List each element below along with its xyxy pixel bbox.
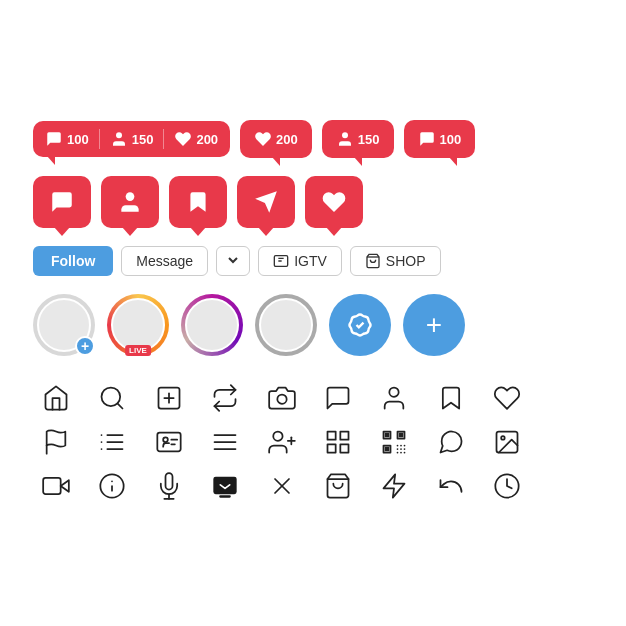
- home-icon: [33, 378, 79, 418]
- story-add-icon: +: [75, 336, 95, 356]
- send-square: [237, 176, 295, 228]
- empty2-icon: [541, 422, 587, 462]
- verified-circle: [329, 294, 391, 356]
- icon-grid: [33, 378, 593, 506]
- svg-marker-64: [384, 474, 405, 497]
- igtv-icon: [273, 253, 289, 269]
- mic-icon: [146, 466, 192, 506]
- svg-marker-52: [61, 480, 69, 492]
- clock-icon: [484, 466, 530, 506]
- info-icon: [89, 466, 135, 506]
- comment-single-bubble: 100: [404, 120, 476, 158]
- svg-rect-32: [340, 432, 348, 440]
- action-buttons-row: Follow Message IGTV SHOP: [33, 246, 593, 276]
- svg-rect-60: [219, 495, 231, 497]
- follow-count-item: 150: [110, 130, 154, 148]
- comment-single-count: 100: [440, 132, 462, 147]
- add-square-icon: [146, 378, 192, 418]
- like-count: 200: [196, 132, 218, 147]
- comment-outline-icon: [315, 378, 361, 418]
- empty-icon: [541, 378, 587, 418]
- qr-icon: [371, 422, 417, 462]
- combined-notification-bubble: 100 150 200: [33, 121, 230, 157]
- dropdown-button[interactable]: [216, 246, 250, 276]
- add-user-icon: [259, 422, 305, 462]
- lightning-icon: [371, 466, 417, 506]
- main-container: 100 150 200 200 150: [33, 100, 593, 526]
- story-add-circle[interactable]: +: [33, 294, 95, 356]
- like-single-bubble: 200: [240, 120, 312, 158]
- svg-rect-40: [385, 447, 390, 452]
- svg-line-8: [118, 403, 123, 408]
- like-count-item: 200: [174, 130, 218, 148]
- svg-rect-31: [328, 432, 336, 440]
- svg-point-28: [273, 432, 282, 441]
- notification-row: 100 150 200 200 150: [33, 120, 593, 158]
- svg-marker-4: [255, 191, 277, 213]
- icon-squares-row: [33, 176, 593, 228]
- svg-rect-59: [214, 477, 237, 495]
- svg-point-12: [277, 395, 286, 404]
- like-single-count: 200: [276, 132, 298, 147]
- profile-square: [101, 176, 159, 228]
- id-card-icon: [146, 422, 192, 462]
- svg-rect-33: [328, 444, 336, 452]
- comment-count-item: 100: [45, 130, 89, 148]
- follow-single-bubble: 150: [322, 120, 394, 158]
- svg-point-0: [116, 132, 122, 138]
- svg-rect-21: [157, 433, 180, 452]
- story-gradient-circle[interactable]: [181, 294, 243, 356]
- svg-rect-34: [340, 444, 348, 452]
- undo-icon: [428, 466, 474, 506]
- heart-square: [305, 176, 363, 228]
- shop-icon: [365, 253, 381, 269]
- svg-rect-38: [399, 433, 404, 438]
- bookmark-outline-icon: [428, 378, 474, 418]
- checkmark-icon: [346, 311, 374, 339]
- video-icon: [33, 466, 79, 506]
- empty3-icon: [541, 466, 587, 506]
- follow-single-count: 150: [358, 132, 380, 147]
- bag-icon: [315, 466, 361, 506]
- svg-rect-53: [43, 478, 60, 494]
- message-button[interactable]: Message: [121, 246, 208, 276]
- search-icon: [89, 378, 135, 418]
- story-gray-circle[interactable]: [255, 294, 317, 356]
- photo-icon: [484, 422, 530, 462]
- bookmark-square: [169, 176, 227, 228]
- svg-point-22: [163, 437, 168, 442]
- live-badge: LIVE: [125, 345, 151, 356]
- comment-square: [33, 176, 91, 228]
- camera-icon: [259, 378, 305, 418]
- svg-point-51: [501, 436, 505, 440]
- follow-button[interactable]: Follow: [33, 246, 113, 276]
- list-icon: [89, 422, 135, 462]
- tv-filled-icon: [202, 466, 248, 506]
- hamburger-icon: [202, 422, 248, 462]
- follow-count: 150: [132, 132, 154, 147]
- close-icon: [259, 466, 305, 506]
- messenger-icon: [428, 422, 474, 462]
- comment-count: 100: [67, 132, 89, 147]
- grid-icon: [315, 422, 361, 462]
- story-live-circle[interactable]: LIVE: [107, 294, 169, 356]
- shop-button[interactable]: SHOP: [350, 246, 441, 276]
- repost-icon: [202, 378, 248, 418]
- user-icon: [371, 378, 417, 418]
- flag-icon: [33, 422, 79, 462]
- svg-point-2: [126, 192, 135, 201]
- svg-rect-36: [385, 433, 390, 438]
- heart-outline-icon: [484, 378, 530, 418]
- igtv-button[interactable]: IGTV: [258, 246, 342, 276]
- add-blue-circle[interactable]: +: [403, 294, 465, 356]
- svg-point-13: [390, 388, 399, 397]
- svg-point-1: [342, 132, 348, 138]
- story-circles-row: + LIVE +: [33, 294, 593, 356]
